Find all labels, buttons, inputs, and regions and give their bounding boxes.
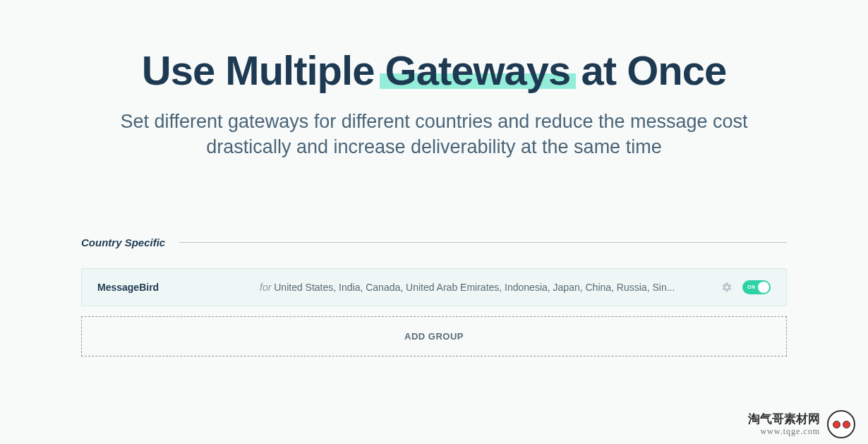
gateway-for-label: for — [260, 282, 274, 293]
watermark-cn: 淘气哥素材网 — [748, 412, 820, 426]
gear-icon[interactable] — [721, 282, 733, 293]
title-part2: at Once — [570, 47, 726, 93]
gateway-countries: for United States, India, Canada, United… — [260, 282, 707, 293]
watermark-logo-icon — [827, 410, 855, 438]
gateway-country-list: United States, India, Canada, United Ara… — [274, 282, 675, 293]
watermark: 淘气哥素材网 www.tqge.com — [748, 410, 855, 438]
gateway-name: MessageBird — [97, 282, 260, 293]
section-title: Country Specific — [81, 236, 165, 248]
gateway-toggle[interactable]: ON — [742, 280, 771, 294]
toggle-knob — [758, 282, 769, 293]
section-header: Country Specific — [81, 236, 787, 248]
watermark-url: www.tqge.com — [748, 426, 820, 436]
section-divider — [179, 242, 787, 243]
toggle-label: ON — [747, 284, 756, 289]
page-title: Use Multiple Gateways at Once — [81, 48, 787, 93]
page-subtitle: Set different gateways for different cou… — [81, 109, 787, 160]
title-part1: Use Multiple — [142, 47, 385, 93]
gateway-row[interactable]: MessageBird for United States, India, Ca… — [81, 268, 787, 306]
add-group-button[interactable]: ADD GROUP — [81, 316, 787, 356]
title-highlight: Gateways — [385, 48, 571, 93]
